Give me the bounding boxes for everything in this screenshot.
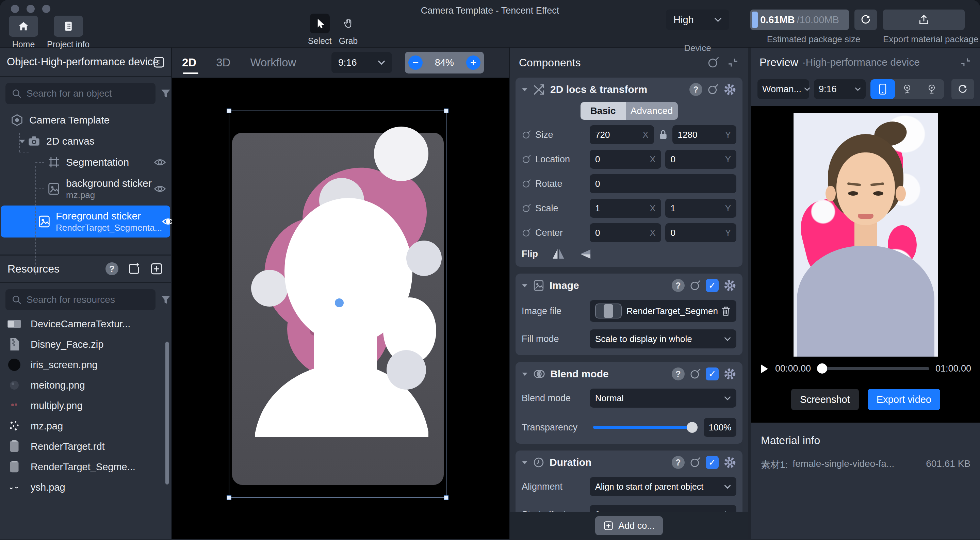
resource-item[interactable]: mz.pag xyxy=(0,416,171,436)
zoom-in-button[interactable]: + xyxy=(466,56,480,70)
resource-item[interactable]: iris_screen.png xyxy=(0,355,171,375)
resource-search-input[interactable] xyxy=(27,294,150,305)
screenshot-button[interactable]: Screenshot xyxy=(791,389,859,410)
import-file-icon[interactable] xyxy=(127,262,141,276)
help-icon[interactable]: ? xyxy=(689,83,702,96)
refresh-preview-button[interactable] xyxy=(951,79,974,99)
caret-down-icon[interactable] xyxy=(522,460,528,465)
start-offset-field[interactable]: seconds xyxy=(590,505,737,512)
phone-source-button[interactable] xyxy=(870,79,895,99)
caret-down-icon[interactable] xyxy=(522,87,528,92)
zoom-out-button[interactable]: − xyxy=(408,56,423,70)
keyframe-icon[interactable] xyxy=(522,228,531,237)
fill-mode-dropdown[interactable]: Scale to display in whole xyxy=(590,330,737,349)
grab-tool[interactable]: Grab xyxy=(338,14,358,46)
tree-item-camera-template[interactable]: Camera Template xyxy=(0,110,171,131)
alignment-dropdown[interactable]: Align to start of parent object xyxy=(590,477,737,496)
canvas-viewport[interactable] xyxy=(172,78,509,539)
help-icon[interactable]: ? xyxy=(672,456,685,469)
resource-item[interactable]: multiply.png xyxy=(0,395,171,416)
gear-icon[interactable] xyxy=(724,83,737,96)
resource-item[interactable]: meitong.png xyxy=(0,375,171,395)
location-x-field[interactable]: X xyxy=(590,150,661,169)
image-file-field[interactable]: RenderTarget_Segmen xyxy=(590,300,737,322)
visibility-eye-icon[interactable] xyxy=(154,157,166,167)
size-y-field[interactable]: Y xyxy=(672,125,737,144)
components-scroll[interactable]: 2D locs & transform ? Basic Advanced Siz… xyxy=(510,78,748,512)
device-quality-dropdown[interactable]: High xyxy=(666,10,729,30)
collapse-panel-icon[interactable] xyxy=(152,55,166,69)
basic-tab[interactable]: Basic xyxy=(581,102,626,120)
rotate-field[interactable] xyxy=(590,174,737,193)
enabled-checkbox[interactable]: ✓ xyxy=(706,279,719,292)
filter-icon[interactable] xyxy=(160,294,171,305)
visibility-eye-icon[interactable] xyxy=(154,184,166,194)
center-x-field[interactable]: X xyxy=(590,223,661,242)
home-button[interactable]: Home xyxy=(9,16,38,49)
resource-search[interactable] xyxy=(5,289,156,310)
filter-icon[interactable] xyxy=(160,88,171,99)
resource-item[interactable]: RenderTarget_Segme... xyxy=(0,457,171,477)
animate-icon[interactable] xyxy=(689,368,701,380)
tree-item-segmentation[interactable]: Segmentation xyxy=(0,152,171,173)
tab-2d[interactable]: 2D xyxy=(182,47,196,78)
advanced-tab[interactable]: Advanced xyxy=(626,102,678,120)
gear-icon[interactable] xyxy=(724,279,737,292)
timeline-slider[interactable] xyxy=(817,367,929,370)
caret-down-icon[interactable] xyxy=(522,283,528,288)
resource-item[interactable]: RenderTarget.rdt xyxy=(0,436,171,457)
refresh-package-size-button[interactable] xyxy=(854,10,877,30)
gear-icon[interactable] xyxy=(724,456,737,469)
resource-item[interactable]: DeviceCameraTextur... xyxy=(0,314,171,334)
flip-vertical-icon[interactable] xyxy=(579,248,592,260)
keyframe-icon[interactable] xyxy=(522,204,531,213)
model-dropdown[interactable]: Woman... xyxy=(757,79,809,99)
size-x-field[interactable]: X xyxy=(590,125,654,144)
caret-down-icon[interactable] xyxy=(522,371,528,376)
webcam2-source-button[interactable] xyxy=(920,79,944,99)
trash-icon[interactable] xyxy=(721,306,731,317)
animate-icon[interactable] xyxy=(689,457,701,468)
help-icon[interactable]: ? xyxy=(105,262,118,275)
add-component-button[interactable]: Add co... xyxy=(595,516,663,535)
object-search[interactable] xyxy=(5,83,156,104)
resource-item[interactable]: Disney_Face.zip xyxy=(0,334,171,355)
preview-ratio-dropdown[interactable]: 9:16 xyxy=(814,79,865,99)
enabled-checkbox[interactable]: ✓ xyxy=(706,368,719,381)
collapse-panel-icon[interactable] xyxy=(959,56,972,68)
keyframe-icon[interactable] xyxy=(522,155,531,164)
blend-mode-dropdown[interactable]: Normal xyxy=(590,389,737,408)
play-button[interactable] xyxy=(760,364,769,374)
resource-item[interactable]: ysh.pag xyxy=(0,477,171,497)
help-icon[interactable]: ? xyxy=(672,368,685,381)
add-resource-icon[interactable] xyxy=(150,262,163,276)
export-package-button[interactable] xyxy=(883,10,965,30)
lock-icon[interactable] xyxy=(658,129,668,140)
enabled-checkbox[interactable]: ✓ xyxy=(706,456,719,469)
tree-item-background-sticker[interactable]: background sticker mz.pag xyxy=(0,173,171,205)
export-video-button[interactable]: Export video xyxy=(868,389,940,410)
gear-icon[interactable] xyxy=(724,368,737,381)
keyframe-icon[interactable] xyxy=(522,179,531,188)
slider-knob[interactable] xyxy=(687,422,698,433)
keyframe-icon[interactable] xyxy=(522,130,531,140)
tree-item-foreground-sticker[interactable]: Foreground sticker RenderTarget_Segmenta… xyxy=(1,205,170,237)
transparency-slider[interactable] xyxy=(593,426,696,429)
center-y-field[interactable]: Y xyxy=(665,223,737,242)
webcam-source-button[interactable] xyxy=(895,79,920,99)
timeline-knob[interactable] xyxy=(817,363,827,374)
flip-horizontal-icon[interactable] xyxy=(552,248,565,260)
tab-workflow[interactable]: Workflow xyxy=(250,47,296,78)
aspect-ratio-dropdown[interactable]: 9:16 xyxy=(331,52,392,73)
object-search-input[interactable] xyxy=(27,88,150,99)
select-tool[interactable]: Select xyxy=(308,14,331,46)
project-info-button[interactable]: Project info xyxy=(47,16,89,49)
help-icon[interactable]: ? xyxy=(672,279,685,292)
transparency-value[interactable]: 100% xyxy=(704,418,737,437)
selection-rect[interactable] xyxy=(229,111,447,498)
scrollbar[interactable] xyxy=(165,342,169,484)
tab-3d[interactable]: 3D xyxy=(216,47,231,78)
animate-icon[interactable] xyxy=(689,280,701,291)
tree-item-2d-canvas[interactable]: 2D canvas xyxy=(0,131,171,152)
animate-all-icon[interactable] xyxy=(707,56,719,69)
